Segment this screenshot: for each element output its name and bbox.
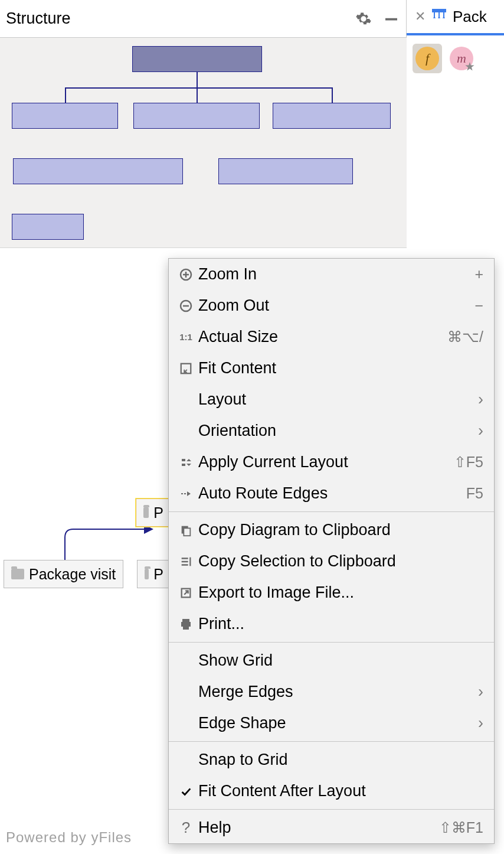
- powered-by-label: Powered by yFiles: [6, 829, 132, 846]
- export-icon: [176, 586, 196, 599]
- actual-size-icon: 1:1: [176, 332, 196, 342]
- menu-apply-layout[interactable]: Apply Current Layout ⇧F5: [169, 446, 494, 478]
- overview-node-root[interactable]: [132, 46, 262, 72]
- menu-print[interactable]: Print...: [169, 608, 494, 640]
- menu-label: Snap to Grid: [196, 751, 483, 769]
- overview-node[interactable]: [13, 158, 183, 184]
- menu-label: Help: [196, 819, 439, 837]
- package-icon: [11, 569, 24, 579]
- chevron-right-icon: ›: [478, 714, 483, 732]
- copy-selection-icon: [176, 555, 196, 568]
- zoom-in-icon: [176, 268, 196, 282]
- package-label: P: [153, 504, 163, 521]
- overview-node[interactable]: [12, 214, 84, 240]
- menu-label: Copy Diagram to Clipboard: [196, 521, 483, 539]
- menu-label: Print...: [196, 615, 483, 633]
- menu-export-image[interactable]: Export to Image File...: [169, 577, 494, 608]
- package-node[interactable]: P: [137, 560, 171, 588]
- menu-help[interactable]: ? Help ⇧⌘F1: [169, 812, 494, 843]
- help-icon: ?: [176, 819, 196, 837]
- svg-rect-7: [184, 528, 190, 536]
- menu-label: Zoom In: [196, 265, 474, 283]
- menu-orientation[interactable]: Orientation ›: [169, 415, 494, 446]
- menu-separator: [169, 642, 494, 643]
- menu-show-grid[interactable]: Show Grid: [169, 645, 494, 676]
- menu-separator: [169, 809, 494, 810]
- fit-content-icon: [176, 362, 196, 375]
- menu-label: Merge Edges: [196, 683, 478, 701]
- context-menu: Zoom In + Zoom Out − 1:1 Actual Size ⌘⌥/…: [168, 258, 495, 844]
- tab[interactable]: ✕ Pack: [407, 0, 504, 35]
- menu-separator: [169, 741, 494, 742]
- package-icon: [145, 569, 149, 579]
- chevron-right-icon: ›: [478, 390, 483, 409]
- menu-merge-edges[interactable]: Merge Edges ›: [169, 676, 494, 708]
- avatar-label: f: [415, 47, 439, 70]
- menu-label: Zoom Out: [196, 296, 474, 315]
- route-edges-icon: [176, 487, 196, 501]
- edge: [0, 248, 177, 602]
- structure-title: Structure: [6, 9, 355, 28]
- menu-shortcut: −: [474, 297, 483, 314]
- package-node[interactable]: Package visit: [4, 560, 123, 588]
- overview-node[interactable]: [12, 103, 118, 129]
- menu-label: Actual Size: [196, 328, 447, 346]
- chevron-right-icon: ›: [478, 683, 483, 701]
- avatar-m[interactable]: m: [447, 44, 476, 73]
- menu-zoom-out[interactable]: Zoom Out −: [169, 290, 494, 321]
- menu-label: Orientation: [196, 422, 478, 440]
- zoom-out-icon: [176, 299, 196, 313]
- menu-shortcut: F5: [466, 485, 483, 502]
- diagram-icon: [430, 8, 448, 26]
- package-node-selected[interactable]: P: [136, 498, 171, 527]
- menu-edge-shape[interactable]: Edge Shape ›: [169, 708, 494, 739]
- menu-label: Layout: [196, 390, 478, 409]
- menu-snap-to-grid[interactable]: Snap to Grid: [169, 744, 494, 775]
- menu-label: Fit Content After Layout: [196, 782, 483, 800]
- gear-icon[interactable]: [355, 11, 372, 27]
- menu-label: Show Grid: [196, 651, 483, 670]
- menu-fit-after-layout[interactable]: Fit Content After Layout: [169, 775, 494, 807]
- check-icon: [176, 785, 196, 798]
- menu-copy-diagram[interactable]: Copy Diagram to Clipboard: [169, 514, 494, 546]
- menu-label: Copy Selection to Clipboard: [196, 552, 483, 571]
- editor-tabs: ✕ Pack f m: [407, 0, 504, 73]
- close-icon[interactable]: ✕: [415, 9, 426, 24]
- overview-node[interactable]: [218, 158, 353, 184]
- menu-shortcut: ⇧F5: [454, 454, 483, 471]
- print-icon: [176, 617, 196, 631]
- menu-label: Edge Shape: [196, 714, 478, 732]
- menu-shortcut: ⇧⌘F1: [439, 819, 483, 836]
- menu-shortcut: +: [474, 266, 483, 283]
- menu-label: Apply Current Layout: [196, 453, 454, 471]
- menu-shortcut: ⌘⌥/: [447, 328, 483, 345]
- menu-auto-route[interactable]: Auto Route Edges F5: [169, 478, 494, 509]
- copy-icon: [176, 524, 196, 537]
- avatar-label: m: [450, 47, 473, 70]
- menu-fit-content[interactable]: Fit Content: [169, 353, 494, 384]
- overview-node[interactable]: [273, 103, 391, 129]
- tab-label: Pack: [453, 8, 487, 26]
- menu-separator: [169, 511, 494, 512]
- svg-rect-1: [432, 9, 446, 12]
- overview-node[interactable]: [133, 103, 260, 129]
- menu-actual-size[interactable]: 1:1 Actual Size ⌘⌥/: [169, 321, 494, 353]
- package-label: Package visit: [29, 566, 116, 583]
- structure-header: Structure: [0, 0, 406, 38]
- package-label: P: [153, 566, 163, 583]
- structure-overview[interactable]: [0, 38, 407, 248]
- apply-layout-icon: [176, 455, 196, 470]
- minimize-icon[interactable]: [382, 10, 400, 28]
- avatar-f[interactable]: f: [413, 44, 442, 73]
- menu-zoom-in[interactable]: Zoom In +: [169, 259, 494, 290]
- package-icon: [143, 507, 149, 518]
- menu-copy-selection[interactable]: Copy Selection to Clipboard: [169, 546, 494, 577]
- menu-label: Auto Route Edges: [196, 484, 466, 503]
- chevron-right-icon: ›: [478, 422, 483, 440]
- avatar-row: f m: [407, 44, 504, 73]
- menu-label: Fit Content: [196, 359, 483, 377]
- menu-layout[interactable]: Layout ›: [169, 384, 494, 415]
- svg-rect-0: [385, 18, 397, 20]
- menu-label: Export to Image File...: [196, 584, 483, 602]
- structure-panel: Structure: [0, 0, 407, 248]
